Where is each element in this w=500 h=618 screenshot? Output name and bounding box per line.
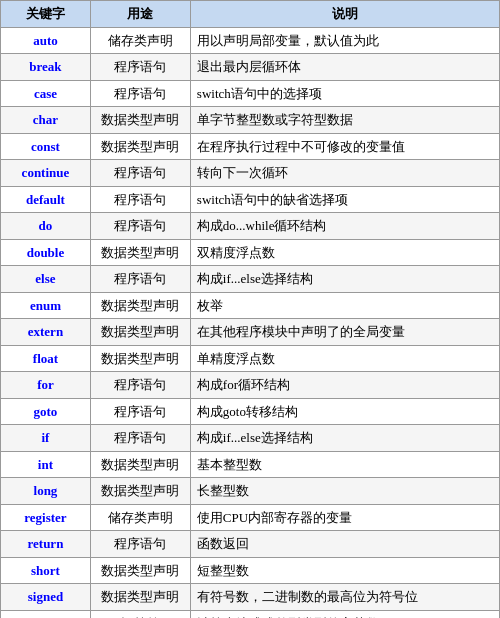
- usage-cell: 程序语句: [90, 54, 190, 81]
- usage-cell: 程序语句: [90, 80, 190, 107]
- description-cell: 枚举: [190, 292, 499, 319]
- table-row: register储存类声明使用CPU内部寄存器的变量: [1, 504, 500, 531]
- keyword-cell: case: [1, 80, 91, 107]
- description-cell: 构成for循环结构: [190, 372, 499, 399]
- usage-cell: 数据类型声明: [90, 107, 190, 134]
- keyword-cell: char: [1, 107, 91, 134]
- table-row: if程序语句构成if...else选择结构: [1, 425, 500, 452]
- keyword-cell: int: [1, 451, 91, 478]
- table-row: else程序语句构成if...else选择结构: [1, 266, 500, 293]
- keyword-cell: default: [1, 186, 91, 213]
- usage-cell: 运算符: [90, 610, 190, 618]
- usage-cell: 程序语句: [90, 266, 190, 293]
- description-cell: switch语句中的选择项: [190, 80, 499, 107]
- keyword-cell: enum: [1, 292, 91, 319]
- keyword-cell: const: [1, 133, 91, 160]
- description-cell: 在其他程序模块中声明了的全局变量: [190, 319, 499, 346]
- usage-cell: 数据类型声明: [90, 557, 190, 584]
- table-row: case程序语句switch语句中的选择项: [1, 80, 500, 107]
- keyword-cell: short: [1, 557, 91, 584]
- keyword-cell: else: [1, 266, 91, 293]
- table-row: float数据类型声明单精度浮点数: [1, 345, 500, 372]
- description-cell: 短整型数: [190, 557, 499, 584]
- usage-cell: 程序语句: [90, 531, 190, 558]
- table-row: for程序语句构成for循环结构: [1, 372, 500, 399]
- description-cell: 计算表达式或整型类型的字节数: [190, 610, 499, 618]
- table-row: int数据类型声明基本整型数: [1, 451, 500, 478]
- keyword-cell: register: [1, 504, 91, 531]
- keywords-table: 关键字 用途 说明 auto储存类声明用以声明局部变量，默认值为此break程序…: [0, 0, 500, 618]
- table-row: default程序语句switch语句中的缺省选择项: [1, 186, 500, 213]
- usage-cell: 程序语句: [90, 213, 190, 240]
- table-row: do程序语句构成do...while循环结构: [1, 213, 500, 240]
- usage-cell: 程序语句: [90, 160, 190, 187]
- description-cell: 长整型数: [190, 478, 499, 505]
- table-row: break程序语句退出最内层循环体: [1, 54, 500, 81]
- keyword-cell: for: [1, 372, 91, 399]
- usage-cell: 数据类型声明: [90, 451, 190, 478]
- usage-cell: 储存类声明: [90, 27, 190, 54]
- description-cell: 单字节整型数或字符型数据: [190, 107, 499, 134]
- keyword-cell: float: [1, 345, 91, 372]
- table-row: long数据类型声明长整型数: [1, 478, 500, 505]
- usage-cell: 程序语句: [90, 425, 190, 452]
- keyword-cell: extern: [1, 319, 91, 346]
- description-cell: 转向下一次循环: [190, 160, 499, 187]
- table-header-row: 关键字 用途 说明: [1, 1, 500, 28]
- keyword-cell: break: [1, 54, 91, 81]
- keyword-cell: if: [1, 425, 91, 452]
- description-cell: 构成goto转移结构: [190, 398, 499, 425]
- description-cell: 构成do...while循环结构: [190, 213, 499, 240]
- keyword-cell: do: [1, 213, 91, 240]
- table-row: double数据类型声明双精度浮点数: [1, 239, 500, 266]
- table-row: extern数据类型声明在其他程序模块中声明了的全局变量: [1, 319, 500, 346]
- table-row: return程序语句函数返回: [1, 531, 500, 558]
- description-cell: 使用CPU内部寄存器的变量: [190, 504, 499, 531]
- description-cell: 构成if...else选择结构: [190, 266, 499, 293]
- table-row: goto程序语句构成goto转移结构: [1, 398, 500, 425]
- description-cell: 双精度浮点数: [190, 239, 499, 266]
- table-row: auto储存类声明用以声明局部变量，默认值为此: [1, 27, 500, 54]
- table-row: signed数据类型声明有符号数，二进制数的最高位为符号位: [1, 584, 500, 611]
- col-header-usage: 用途: [90, 1, 190, 28]
- usage-cell: 储存类声明: [90, 504, 190, 531]
- table-row: continue程序语句转向下一次循环: [1, 160, 500, 187]
- keyword-cell: double: [1, 239, 91, 266]
- usage-cell: 数据类型声明: [90, 133, 190, 160]
- description-cell: switch语句中的缺省选择项: [190, 186, 499, 213]
- keyword-cell: continue: [1, 160, 91, 187]
- keyword-cell: goto: [1, 398, 91, 425]
- keyword-cell: long: [1, 478, 91, 505]
- usage-cell: 数据类型声明: [90, 478, 190, 505]
- col-header-keyword: 关键字: [1, 1, 91, 28]
- usage-cell: 数据类型声明: [90, 239, 190, 266]
- table-row: short数据类型声明短整型数: [1, 557, 500, 584]
- keyword-cell: return: [1, 531, 91, 558]
- usage-cell: 数据类型声明: [90, 319, 190, 346]
- usage-cell: 程序语句: [90, 186, 190, 213]
- description-cell: 退出最内层循环体: [190, 54, 499, 81]
- usage-cell: 数据类型声明: [90, 584, 190, 611]
- usage-cell: 程序语句: [90, 372, 190, 399]
- table-row: const数据类型声明在程序执行过程中不可修改的变量值: [1, 133, 500, 160]
- description-cell: 单精度浮点数: [190, 345, 499, 372]
- table-row: char数据类型声明单字节整型数或字符型数据: [1, 107, 500, 134]
- keyword-cell: signed: [1, 584, 91, 611]
- col-header-description: 说明: [190, 1, 499, 28]
- keyword-cell: auto: [1, 27, 91, 54]
- description-cell: 有符号数，二进制数的最高位为符号位: [190, 584, 499, 611]
- description-cell: 构成if...else选择结构: [190, 425, 499, 452]
- description-cell: 基本整型数: [190, 451, 499, 478]
- keyword-cell: sizeof: [1, 610, 91, 618]
- usage-cell: 数据类型声明: [90, 292, 190, 319]
- description-cell: 函数返回: [190, 531, 499, 558]
- description-cell: 用以声明局部变量，默认值为此: [190, 27, 499, 54]
- table-row: sizeof运算符计算表达式或整型类型的字节数: [1, 610, 500, 618]
- usage-cell: 数据类型声明: [90, 345, 190, 372]
- usage-cell: 程序语句: [90, 398, 190, 425]
- table-row: enum数据类型声明枚举: [1, 292, 500, 319]
- description-cell: 在程序执行过程中不可修改的变量值: [190, 133, 499, 160]
